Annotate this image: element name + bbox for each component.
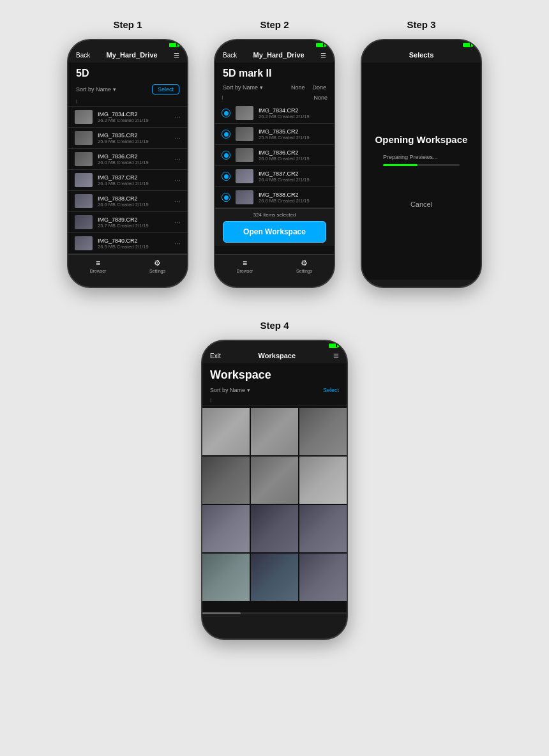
- file-thumb: [75, 131, 93, 145]
- file-meta: 25.9 MB Created 2/1/19: [259, 135, 327, 140]
- more-icon[interactable]: ···: [174, 197, 181, 206]
- list-item[interactable]: IMG_7839.CR2 25.7 MB Created 2/1/19 ···: [68, 212, 187, 233]
- radio-button[interactable]: [222, 193, 230, 202]
- sort-bar: Sort by Name ▾ Select: [68, 82, 187, 97]
- photo-cell[interactable]: [202, 408, 250, 455]
- preparing-text: Preparing Previews...: [383, 154, 460, 160]
- list-item[interactable]: IMG_7837.CR2 26.4 MB Created 2/1/19 ···: [68, 170, 187, 191]
- browser-tab[interactable]: ≡ Browser: [90, 259, 107, 273]
- settings-tab[interactable]: ⚙ Settings: [296, 259, 312, 273]
- file-meta: 26.0 MB Created 2/1/19: [259, 156, 327, 162]
- done-button[interactable]: Done: [312, 84, 326, 91]
- file-meta: 26.4 MB Created 2/1/19: [259, 177, 327, 183]
- list-item[interactable]: IMG_7837.CR2 26.4 MB Created 2/1/19: [215, 166, 334, 187]
- more-icon[interactable]: ···: [174, 112, 181, 121]
- file-name: IMG_7837.CR2: [98, 174, 169, 181]
- more-icon[interactable]: ···: [174, 239, 181, 248]
- file-meta: 26.5 MB Created 2/1/19: [98, 244, 169, 250]
- settings-tab[interactable]: ⚙ Settings: [149, 259, 165, 273]
- back-button[interactable]: Back: [76, 52, 90, 59]
- file-meta: 25.9 MB Created 2/1/19: [98, 139, 169, 144]
- file-name: IMG_7840.CR2: [98, 238, 169, 244]
- photo-cell[interactable]: [251, 457, 298, 504]
- file-thumb: [75, 236, 93, 250]
- select-button[interactable]: Select: [323, 387, 339, 393]
- step1-nav: Back My_Hard_Drive ☰: [68, 49, 187, 63]
- sort-label[interactable]: Sort by Name ▾: [223, 84, 263, 91]
- photo-cell[interactable]: [202, 457, 250, 504]
- photo-cell[interactable]: [202, 554, 250, 601]
- file-thumb: [75, 152, 93, 166]
- browser-tab[interactable]: ≡ Browser: [237, 259, 253, 273]
- menu-icon[interactable]: ☰: [320, 52, 326, 59]
- back-button[interactable]: Back: [223, 52, 237, 59]
- list-item[interactable]: IMG_7834.CR2 26.2 MB Created 2/1/19 ···: [68, 107, 187, 128]
- list-item[interactable]: IMG_7836.CR2 26.0 MB Created 2/1/19: [215, 145, 334, 166]
- scroll-indicator: [202, 612, 347, 614]
- file-name: IMG_7835.CR2: [98, 132, 169, 139]
- file-name: IMG_7836.CR2: [98, 153, 169, 160]
- radio-button[interactable]: [222, 172, 230, 181]
- file-name: IMG_7836.CR2: [259, 149, 327, 156]
- step2-phone: Back My_Hard_Drive ☰ 5D mark II Sort by …: [214, 39, 335, 288]
- photo-grid: [202, 405, 347, 603]
- photo-cell[interactable]: [299, 408, 347, 455]
- list-item[interactable]: IMG_7835.CR2 25.9 MB Created 2/1/19 ···: [68, 128, 187, 149]
- file-thumb: [236, 127, 253, 141]
- more-icon[interactable]: ···: [174, 133, 181, 142]
- more-icon[interactable]: ···: [174, 155, 181, 163]
- nav-title: My_Hard_Drive: [253, 51, 305, 59]
- settings-icon: ⚙: [154, 259, 161, 268]
- sort-label[interactable]: Sort by Name ▾: [76, 86, 116, 93]
- radio-button[interactable]: [222, 151, 230, 160]
- divider-letter: I: [68, 97, 187, 107]
- open-workspace-button[interactable]: Open Workspace: [223, 221, 326, 243]
- file-name: IMG_7834.CR2: [98, 111, 169, 117]
- settings-label: Settings: [149, 269, 165, 273]
- step2-content: 5D mark II Sort by Name ▾ None Done I No…: [215, 63, 334, 254]
- photo-cell[interactable]: [251, 408, 298, 455]
- sort-bar: Sort by Name ▾ Select: [202, 384, 347, 396]
- file-list: IMG_7834.CR2 26.2 MB Created 2/1/19 ··· …: [68, 107, 187, 254]
- photo-cell[interactable]: [251, 554, 298, 601]
- list-item[interactable]: IMG_7834.CR2 26.2 MB Created 2/1/19: [215, 103, 334, 124]
- file-name: IMG_7835.CR2: [259, 128, 327, 135]
- list-item[interactable]: IMG_7835.CR2 25.9 MB Created 2/1/19: [215, 124, 334, 145]
- file-name: IMG_7834.CR2: [259, 107, 327, 114]
- list-item[interactable]: IMG_7840.CR2 26.5 MB Created 2/1/19 ···: [68, 233, 187, 254]
- step1-label: Step 1: [113, 19, 142, 30]
- photo-cell[interactable]: [299, 457, 347, 504]
- file-thumb: [75, 110, 93, 124]
- menu-icon[interactable]: ☰: [333, 352, 339, 359]
- photo-cell[interactable]: [202, 505, 250, 552]
- file-meta: 26.0 MB Created 2/1/19: [98, 160, 169, 165]
- step3-status-bar: [362, 40, 481, 49]
- cancel-button[interactable]: Cancel: [410, 200, 432, 208]
- photo-cell[interactable]: [299, 505, 347, 552]
- list-item[interactable]: IMG_7838.CR2 26.6 MB Created 2/1/19 ···: [68, 191, 187, 212]
- list-item[interactable]: IMG_7836.CR2 26.0 MB Created 2/1/19 ···: [68, 149, 187, 170]
- select-button[interactable]: Select: [152, 84, 179, 94]
- battery-icon: [329, 344, 338, 348]
- file-meta: 26.6 MB Created 2/1/19: [98, 202, 169, 208]
- file-meta: 26.4 MB Created 2/1/19: [98, 181, 169, 186]
- photo-cell[interactable]: [251, 505, 298, 552]
- exit-button[interactable]: Exit: [210, 352, 221, 359]
- menu-icon[interactable]: ☰: [174, 52, 179, 59]
- none-button[interactable]: None: [291, 84, 305, 91]
- battery-icon: [316, 43, 325, 47]
- step4-container: Step 4 Exit Workspace ☰ Workspace Sort b…: [201, 320, 348, 640]
- photo-cell[interactable]: [299, 554, 347, 601]
- more-icon[interactable]: ···: [174, 218, 181, 227]
- more-icon[interactable]: ···: [174, 176, 181, 185]
- radio-button[interactable]: [222, 109, 230, 117]
- radio-button[interactable]: [222, 130, 230, 139]
- step4-content: Workspace Sort by Name ▾ Select I: [202, 363, 347, 612]
- browser-icon: ≡: [243, 259, 247, 268]
- file-thumb: [236, 169, 253, 183]
- sort-label[interactable]: Sort by Name ▾: [210, 387, 250, 393]
- list-item[interactable]: IMG_7838.CR2 26.6 MB Created 2/1/19: [215, 187, 334, 208]
- sort-bar: Sort by Name ▾ None Done: [215, 82, 334, 93]
- file-name: IMG_7838.CR2: [98, 195, 169, 202]
- opening-workspace-title: Opening Workspace: [375, 134, 468, 145]
